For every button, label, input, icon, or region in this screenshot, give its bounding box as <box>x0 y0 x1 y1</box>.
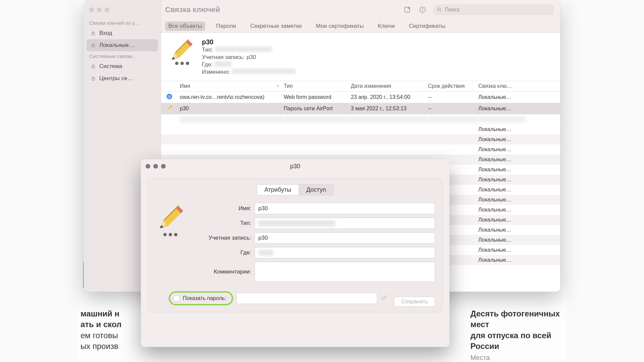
sidebar-item-label: Локальные… <box>99 42 135 49</box>
svg-rect-2 <box>92 66 95 68</box>
item-type-value-blurred <box>215 47 272 52</box>
search-placeholder: Поиск <box>445 7 460 13</box>
filter-tab[interactable]: Секретные заметки <box>247 21 305 31</box>
cell-keychain: Локальные… <box>478 237 525 243</box>
show-password-label: Показать пароль: <box>183 295 226 301</box>
account-field[interactable]: p30 <box>255 232 435 244</box>
cell-keychain: Локальные… <box>478 217 525 223</box>
cell-type: Пароль сети AirPort <box>284 106 351 112</box>
lock-icon <box>91 64 96 69</box>
comments-field[interactable] <box>255 262 435 282</box>
type-field <box>255 218 435 229</box>
where-label: Где: <box>198 249 251 256</box>
item-modified-label: Изменено: <box>202 69 230 75</box>
zoom-icon[interactable] <box>105 7 109 12</box>
tab-attributes[interactable]: Атрибуты <box>257 184 299 195</box>
cell-keychain: Локальные… <box>478 94 525 100</box>
minimize-icon[interactable] <box>97 7 102 12</box>
filter-tab[interactable]: Пароли <box>213 21 239 31</box>
cell-name: p30 <box>180 106 284 112</box>
dialog-title: p30 <box>141 163 449 170</box>
col-type[interactable]: Тип <box>284 83 351 89</box>
name-field[interactable]: p30 <box>255 203 435 214</box>
sidebar-item[interactable]: Система <box>84 60 161 72</box>
window-title: Связка ключей <box>165 5 220 14</box>
cell-expires: -- <box>428 94 478 100</box>
filter-tab[interactable]: Сертификаты <box>406 21 448 31</box>
item-account-label: Учетная запись: <box>202 54 245 61</box>
sidebar-item[interactable]: Локальные… <box>87 39 158 51</box>
cell-keychain: Локальные… <box>478 126 525 132</box>
show-password-checkbox[interactable] <box>173 295 179 301</box>
toolbar: Связка ключей Поиск <box>161 0 560 19</box>
cell-keychain: Локальные… <box>478 247 525 253</box>
col-name[interactable]: Имя <box>180 83 284 89</box>
article-right-title: для отпуска по всей России <box>470 330 564 352</box>
filter-tab[interactable]: Все объекты <box>165 21 205 31</box>
account-label: Учетная запись: <box>198 235 251 241</box>
filter-tab[interactable]: Ключи <box>374 21 398 31</box>
table-row[interactable]: Локальные… <box>161 134 560 144</box>
where-field[interactable] <box>255 247 435 258</box>
col-expires[interactable]: Срок действия <box>428 83 478 89</box>
table-row[interactable]: p30Пароль сети AirPort3 мая 2022 г., 12:… <box>161 103 560 114</box>
sidebar-group-header: Связки ключей по у… <box>84 18 161 27</box>
row-icon <box>166 105 180 112</box>
svg-point-24 <box>382 297 384 300</box>
comments-label: Комментарии: <box>198 268 251 275</box>
svg-point-7 <box>422 8 423 9</box>
pencil-password-icon <box>168 38 195 66</box>
sidebar-item-label: Центры се… <box>99 75 133 82</box>
cell-keychain: Локальные… <box>478 257 525 263</box>
attribute-form: Имя: p30 Тип: Учетная запись: p30 Где: <box>198 203 435 285</box>
sidebar-item[interactable]: Вход <box>84 27 161 39</box>
item-detail-dialog: p30 Атрибуты Доступ <box>141 159 449 347</box>
row-icon: @ <box>166 94 180 101</box>
sidebar-group-header: Системные связки… <box>84 51 161 60</box>
item-where-label: Где: <box>202 61 213 68</box>
col-keychain[interactable]: Связка клю… <box>478 83 525 89</box>
sidebar-item-label: Система <box>99 63 122 70</box>
table-row[interactable]: @owa.ren-tv.co…rentv\o.rozhencova)Web fo… <box>161 92 560 103</box>
cell-expires: -- <box>428 106 478 112</box>
col-modified[interactable]: Дата изменения <box>351 83 428 89</box>
compose-button[interactable] <box>402 5 412 14</box>
table-row[interactable]: Локальные… <box>161 124 560 134</box>
info-lines: p30 Тип: Учетная запись:p30 Где: Изменен… <box>202 38 296 76</box>
save-button[interactable]: Сохранить <box>394 297 435 307</box>
cell-keychain: Локальные… <box>478 197 525 203</box>
cell-keychain: Локальные… <box>478 106 525 112</box>
cell-keychain: Локальные… <box>478 187 525 193</box>
table-header: Имя Тип Дата изменения Срок действия Свя… <box>161 81 560 92</box>
sidebar-item-label: Вход <box>99 30 112 37</box>
article-right-category: Места <box>470 353 564 362</box>
info-button[interactable] <box>418 5 427 14</box>
cell-name: owa.ren-tv.co…rentv\o.rozhencova) <box>180 94 284 100</box>
cell-modified: 3 мая 2022 г., 12:53:13 <box>351 106 428 112</box>
item-modified-value-blurred <box>232 69 296 74</box>
dialog-tabs: Атрибуты Доступ <box>155 184 435 195</box>
svg-rect-1 <box>92 45 95 47</box>
chevron-up-icon <box>276 84 280 88</box>
key-icon[interactable] <box>381 294 388 303</box>
cell-keychain: Локальные… <box>478 136 525 142</box>
table-row[interactable]: Локальные… <box>161 144 560 155</box>
filter-tab[interactable]: Мои сертификаты <box>313 21 367 31</box>
svg-line-9 <box>440 10 441 11</box>
cell-type: Web form password <box>284 94 351 100</box>
window-controls[interactable] <box>84 3 161 18</box>
dialog-pencil-icon <box>155 203 189 285</box>
close-icon[interactable] <box>89 7 94 12</box>
cell-keychain: Локальные… <box>478 146 525 153</box>
dialog-body: Атрибуты Доступ <box>148 178 443 312</box>
svg-text:@: @ <box>167 95 171 99</box>
cell-modified: 23 апр. 2020 г., 13:54:00 <box>351 94 428 100</box>
item-type-label: Тип: <box>202 47 213 53</box>
search-input[interactable]: Поиск <box>433 4 554 15</box>
password-field[interactable] <box>236 293 377 304</box>
cell-keychain: Локальные… <box>478 227 525 233</box>
svg-rect-3 <box>92 78 95 80</box>
sidebar-item[interactable]: Центры се… <box>84 72 161 84</box>
tab-access[interactable]: Доступ <box>299 184 334 195</box>
cell-keychain: Локальные… <box>478 207 525 213</box>
